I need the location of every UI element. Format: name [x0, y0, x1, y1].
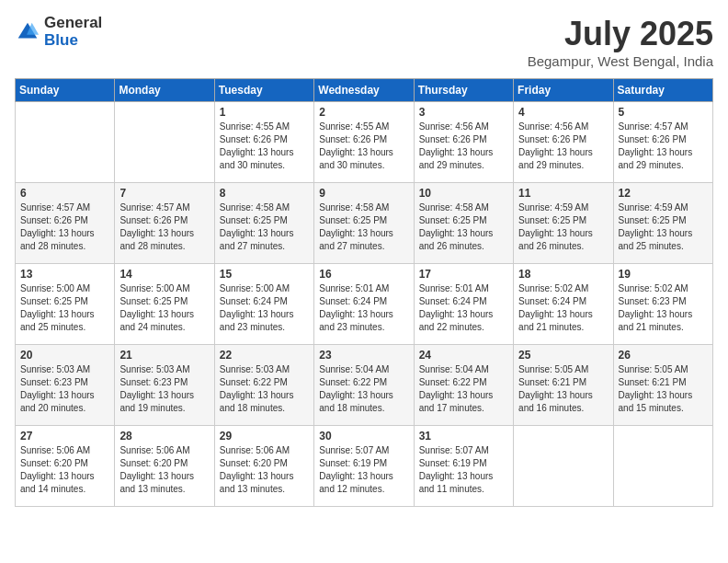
header-monday: Monday	[115, 79, 214, 102]
day-info: Sunrise: 4:59 AM Sunset: 6:25 PM Dayligh…	[619, 201, 708, 253]
day-info: Sunrise: 4:58 AM Sunset: 6:25 PM Dayligh…	[220, 201, 309, 253]
day-info: Sunrise: 5:07 AM Sunset: 6:19 PM Dayligh…	[419, 444, 508, 496]
calendar-cell: 3Sunrise: 4:56 AM Sunset: 6:26 PM Daylig…	[414, 102, 513, 183]
header-sunday: Sunday	[16, 79, 115, 102]
day-number: 20	[20, 349, 109, 362]
day-number: 29	[220, 430, 309, 442]
day-number: 5	[619, 106, 708, 119]
day-number: 10	[419, 187, 508, 200]
calendar-cell: 11Sunrise: 4:59 AM Sunset: 6:25 PM Dayli…	[514, 183, 613, 264]
calendar-cell: 23Sunrise: 5:04 AM Sunset: 6:22 PM Dayli…	[314, 345, 414, 426]
calendar-cell: 6Sunrise: 4:57 AM Sunset: 6:26 PM Daylig…	[16, 183, 115, 264]
calendar-cell: 25Sunrise: 5:05 AM Sunset: 6:21 PM Dayli…	[514, 345, 613, 426]
day-number: 28	[119, 430, 209, 442]
calendar-cell: 26Sunrise: 5:05 AM Sunset: 6:21 PM Dayli…	[613, 345, 712, 426]
day-number: 13	[20, 268, 109, 281]
logo: General Blue	[15, 15, 102, 49]
day-info: Sunrise: 5:07 AM Sunset: 6:19 PM Dayligh…	[319, 444, 408, 496]
day-number: 18	[518, 268, 608, 281]
day-number: 14	[119, 268, 209, 281]
day-number: 3	[419, 106, 508, 119]
calendar-cell: 4Sunrise: 4:56 AM Sunset: 6:26 PM Daylig…	[514, 102, 613, 183]
calendar-cell	[16, 102, 115, 183]
day-number: 1	[220, 106, 309, 119]
day-number: 8	[220, 187, 309, 200]
calendar-cell: 24Sunrise: 5:04 AM Sunset: 6:22 PM Dayli…	[414, 345, 513, 426]
day-info: Sunrise: 4:56 AM Sunset: 6:26 PM Dayligh…	[518, 121, 608, 172]
day-info: Sunrise: 4:55 AM Sunset: 6:26 PM Dayligh…	[220, 121, 309, 172]
header-friday: Friday	[514, 79, 613, 102]
day-info: Sunrise: 5:03 AM Sunset: 6:23 PM Dayligh…	[119, 363, 209, 415]
calendar-cell: 29Sunrise: 5:06 AM Sunset: 6:20 PM Dayli…	[214, 426, 313, 507]
calendar-cell: 18Sunrise: 5:02 AM Sunset: 6:24 PM Dayli…	[514, 264, 613, 345]
calendar-cell: 12Sunrise: 4:59 AM Sunset: 6:25 PM Dayli…	[613, 183, 712, 264]
calendar-cell	[115, 102, 214, 183]
calendar-cell: 9Sunrise: 4:58 AM Sunset: 6:25 PM Daylig…	[314, 183, 414, 264]
day-number: 21	[119, 349, 209, 362]
day-number: 7	[119, 187, 209, 200]
day-info: Sunrise: 5:06 AM Sunset: 6:20 PM Dayligh…	[220, 444, 309, 496]
week-row-3: 13Sunrise: 5:00 AM Sunset: 6:25 PM Dayli…	[16, 264, 713, 345]
day-info: Sunrise: 5:00 AM Sunset: 6:25 PM Dayligh…	[20, 282, 109, 334]
calendar-cell: 30Sunrise: 5:07 AM Sunset: 6:19 PM Dayli…	[314, 426, 414, 507]
day-info: Sunrise: 5:00 AM Sunset: 6:24 PM Dayligh…	[220, 282, 309, 334]
calendar-cell: 28Sunrise: 5:06 AM Sunset: 6:20 PM Dayli…	[115, 426, 214, 507]
calendar-cell: 13Sunrise: 5:00 AM Sunset: 6:25 PM Dayli…	[16, 264, 115, 345]
day-number: 9	[319, 187, 408, 200]
logo-general-text: General	[44, 15, 102, 32]
day-number: 26	[619, 349, 708, 362]
day-number: 16	[319, 268, 408, 281]
location-title: Begampur, West Bengal, India	[528, 53, 713, 69]
calendar-cell: 5Sunrise: 4:57 AM Sunset: 6:26 PM Daylig…	[613, 102, 712, 183]
day-number: 17	[419, 268, 508, 281]
day-number: 12	[619, 187, 708, 200]
week-row-2: 6Sunrise: 4:57 AM Sunset: 6:26 PM Daylig…	[16, 183, 713, 264]
calendar-cell: 7Sunrise: 4:57 AM Sunset: 6:26 PM Daylig…	[115, 183, 214, 264]
calendar-cell: 17Sunrise: 5:01 AM Sunset: 6:24 PM Dayli…	[414, 264, 513, 345]
calendar-cell: 27Sunrise: 5:06 AM Sunset: 6:20 PM Dayli…	[16, 426, 115, 507]
calendar-cell	[514, 426, 613, 507]
calendar-cell: 20Sunrise: 5:03 AM Sunset: 6:23 PM Dayli…	[16, 345, 115, 426]
header-tuesday: Tuesday	[214, 79, 313, 102]
logo-blue-text: Blue	[44, 32, 102, 50]
day-number: 25	[518, 349, 608, 362]
day-number: 23	[319, 349, 408, 362]
week-row-1: 1Sunrise: 4:55 AM Sunset: 6:26 PM Daylig…	[16, 102, 713, 183]
day-info: Sunrise: 5:03 AM Sunset: 6:22 PM Dayligh…	[220, 363, 309, 415]
day-info: Sunrise: 4:57 AM Sunset: 6:26 PM Dayligh…	[20, 201, 109, 253]
day-number: 31	[419, 430, 508, 442]
day-info: Sunrise: 5:01 AM Sunset: 6:24 PM Dayligh…	[419, 282, 508, 334]
header-row: SundayMondayTuesdayWednesdayThursdayFrid…	[16, 79, 713, 102]
calendar-cell: 10Sunrise: 4:58 AM Sunset: 6:25 PM Dayli…	[414, 183, 513, 264]
day-number: 22	[220, 349, 309, 362]
day-info: Sunrise: 5:03 AM Sunset: 6:23 PM Dayligh…	[20, 363, 109, 415]
day-number: 30	[319, 430, 408, 442]
day-number: 19	[619, 268, 708, 281]
calendar-cell: 19Sunrise: 5:02 AM Sunset: 6:23 PM Dayli…	[613, 264, 712, 345]
calendar-cell: 14Sunrise: 5:00 AM Sunset: 6:25 PM Dayli…	[115, 264, 214, 345]
page-header: General Blue July 2025 Begampur, West Be…	[15, 15, 713, 69]
month-title: July 2025	[528, 15, 713, 53]
day-info: Sunrise: 4:56 AM Sunset: 6:26 PM Dayligh…	[419, 121, 508, 172]
calendar-table: SundayMondayTuesdayWednesdayThursdayFrid…	[15, 78, 713, 507]
calendar-cell: 2Sunrise: 4:55 AM Sunset: 6:26 PM Daylig…	[314, 102, 414, 183]
day-info: Sunrise: 5:02 AM Sunset: 6:24 PM Dayligh…	[518, 282, 608, 334]
day-info: Sunrise: 4:55 AM Sunset: 6:26 PM Dayligh…	[319, 121, 408, 172]
calendar-cell: 21Sunrise: 5:03 AM Sunset: 6:23 PM Dayli…	[115, 345, 214, 426]
calendar-cell	[613, 426, 712, 507]
day-number: 24	[419, 349, 508, 362]
week-row-4: 20Sunrise: 5:03 AM Sunset: 6:23 PM Dayli…	[16, 345, 713, 426]
day-info: Sunrise: 5:04 AM Sunset: 6:22 PM Dayligh…	[419, 363, 508, 415]
day-info: Sunrise: 5:02 AM Sunset: 6:23 PM Dayligh…	[619, 282, 708, 334]
calendar-cell: 31Sunrise: 5:07 AM Sunset: 6:19 PM Dayli…	[414, 426, 513, 507]
header-thursday: Thursday	[414, 79, 513, 102]
day-info: Sunrise: 5:00 AM Sunset: 6:25 PM Dayligh…	[119, 282, 209, 334]
day-number: 2	[319, 106, 408, 119]
calendar-cell: 16Sunrise: 5:01 AM Sunset: 6:24 PM Dayli…	[314, 264, 414, 345]
header-wednesday: Wednesday	[314, 79, 414, 102]
logo-icon	[15, 19, 40, 45]
calendar-cell: 22Sunrise: 5:03 AM Sunset: 6:22 PM Dayli…	[214, 345, 313, 426]
title-block: July 2025 Begampur, West Bengal, India	[528, 15, 713, 69]
day-info: Sunrise: 5:01 AM Sunset: 6:24 PM Dayligh…	[319, 282, 408, 334]
day-number: 15	[220, 268, 309, 281]
